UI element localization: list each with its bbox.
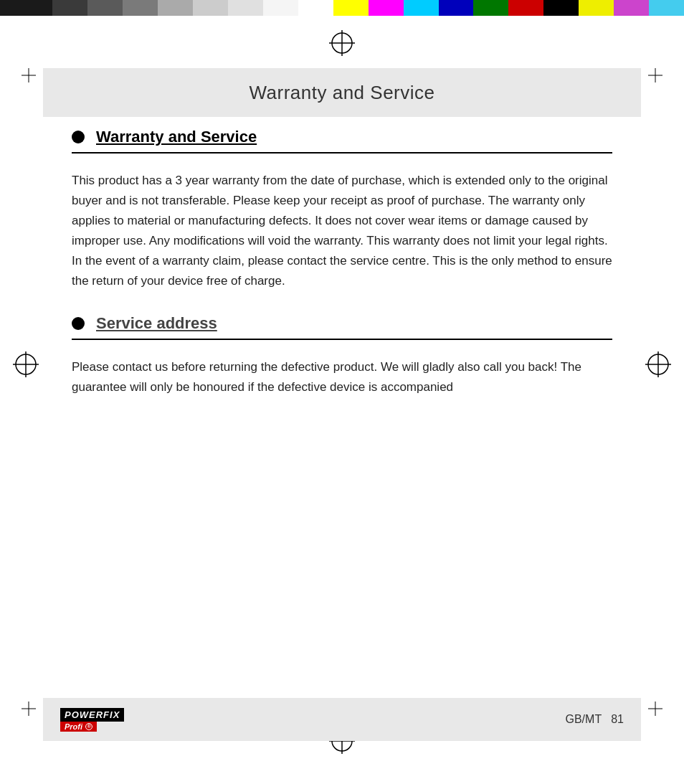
corner-mark-br	[648, 702, 662, 716]
corner-mark-tr	[648, 68, 662, 82]
warranty-body: This product has a 3 year warranty from …	[72, 171, 612, 291]
registration-mark-right	[645, 351, 671, 377]
bullet-dot-service	[72, 317, 85, 330]
bullet-dot-warranty	[72, 131, 85, 143]
corner-mark-bl	[22, 702, 36, 716]
warranty-section: Warranty and Service This product has a …	[72, 128, 612, 291]
corner-mark-tl	[22, 68, 36, 82]
warranty-divider	[72, 152, 612, 154]
header-band: Warranty and Service	[43, 68, 641, 117]
service-body: Please contact us before returning the d…	[72, 357, 612, 397]
service-address-section: Service address Please contact us before…	[72, 314, 612, 397]
registration-mark-left	[13, 351, 39, 377]
page-footer: POWERFIX Profi ® GB/MT 81	[43, 698, 641, 741]
warranty-title: Warranty and Service	[96, 128, 257, 146]
brand-profi-label: Profi ®	[60, 722, 97, 732]
color-bar	[0, 0, 684, 16]
brand-powerfix-label: POWERFIX	[60, 708, 124, 722]
profi-circle-icon: ®	[85, 723, 92, 730]
warranty-heading: Warranty and Service	[72, 128, 612, 146]
main-content: Warranty and Service This product has a …	[72, 128, 612, 698]
brand-logo: POWERFIX Profi ®	[60, 708, 124, 732]
service-heading: Service address	[72, 314, 612, 333]
service-divider	[72, 339, 612, 340]
page-title: Warranty and Service	[249, 82, 434, 104]
service-title: Service address	[96, 314, 217, 333]
page-number: GB/MT 81	[565, 713, 624, 726]
registration-mark-top	[329, 30, 355, 56]
